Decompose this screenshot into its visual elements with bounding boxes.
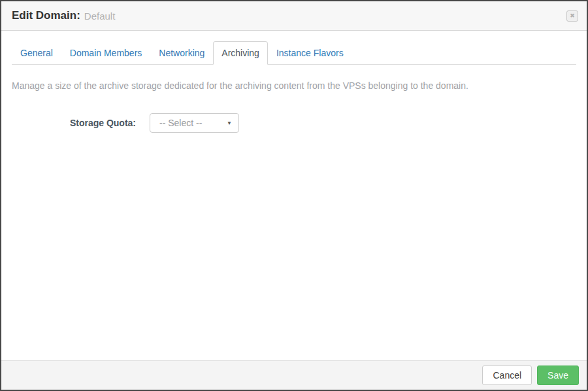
dialog-title: Edit Domain: (12, 9, 80, 22)
dialog-body: General Domain Members Networking Archiv… (1, 31, 587, 360)
storage-quota-selected-value: -- Select -- (159, 118, 202, 128)
domain-name: Default (84, 10, 116, 22)
save-button[interactable]: Save (537, 366, 579, 385)
tab-instance-flavors[interactable]: Instance Flavors (268, 41, 352, 65)
dialog-footer: Cancel Save (1, 360, 587, 390)
storage-quota-select[interactable]: -- Select -- ▼ (150, 113, 239, 133)
storage-quota-label: Storage Quota: (1, 118, 136, 128)
dialog-header: Edit Domain: Default ✖ (1, 1, 587, 31)
storage-quota-row: Storage Quota: -- Select -- ▼ (1, 113, 587, 133)
edit-domain-dialog: Edit Domain: Default ✖ General Domain Me… (0, 0, 588, 391)
tab-domain-members[interactable]: Domain Members (61, 41, 150, 65)
chevron-down-icon: ▼ (227, 120, 232, 126)
tab-archiving[interactable]: Archiving (213, 41, 268, 65)
archiving-description: Manage a size of the archive storage ded… (12, 80, 576, 91)
cancel-button[interactable]: Cancel (482, 366, 532, 385)
tab-general[interactable]: General (12, 41, 61, 65)
tab-bar: General Domain Members Networking Archiv… (12, 41, 576, 65)
close-icon[interactable]: ✖ (566, 10, 578, 22)
tab-networking[interactable]: Networking (150, 41, 213, 65)
